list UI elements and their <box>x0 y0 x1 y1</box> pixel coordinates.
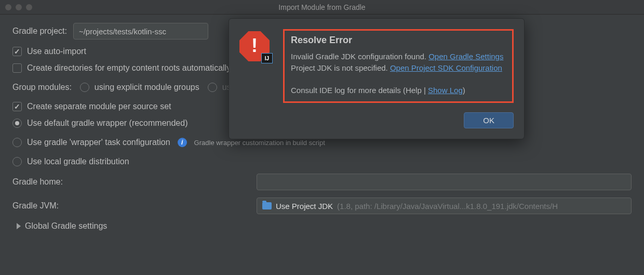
group-explicit-label: using explicit module groups <box>95 83 199 92</box>
wrapper-task-option[interactable]: Use gradle 'wrapper' task configuration <box>12 138 170 147</box>
gradle-project-input[interactable] <box>73 23 208 40</box>
gradle-jvm-select[interactable]: Use Project JDK (1.8, path: /Library/Jav… <box>257 198 632 214</box>
close-window-button[interactable] <box>5 4 11 10</box>
create-separate-label: Create separate module per source set <box>27 102 171 111</box>
radio-icon <box>12 119 22 128</box>
group-modules-label: Group modules: <box>12 83 72 92</box>
group-explicit-option[interactable]: using explicit module groups <box>80 83 199 92</box>
wrapper-default-text: Use default gradle wrapper (recommended) <box>27 119 187 127</box>
gradle-project-label: Gradle project: <box>12 27 67 36</box>
window-controls <box>5 4 32 10</box>
exclamation-icon: ! <box>251 35 258 57</box>
minimize-window-button[interactable] <box>16 4 22 10</box>
wrapper-default-label: Use default gradle wrapper (recommended) <box>27 119 187 128</box>
create-dirs-label: Create directories for empty content roo… <box>27 63 231 73</box>
gradle-home-row: Gradle home: <box>12 174 632 190</box>
gradle-home-input[interactable] <box>257 174 632 190</box>
error-icon: ! IJ <box>239 31 270 61</box>
dialog-message: Invalid Gradle JDK configuration found. … <box>291 51 506 96</box>
gradle-jvm-label: Gradle JVM: <box>12 201 75 211</box>
dialog-title: Resolve Error <box>291 35 506 46</box>
msg1-text: Invalid Gradle JDK configuration found. <box>291 52 428 61</box>
gradle-jvm-row: Gradle JVM: Use Project JDK (1.8, path: … <box>12 198 632 214</box>
window-title: Import Module from Gradle <box>0 3 644 11</box>
dialog-footer: OK <box>239 112 514 128</box>
checkbox-icon <box>12 47 22 56</box>
dialog-body: ! IJ Resolve Error Invalid Gradle JDK co… <box>239 29 514 103</box>
local-dist-label: Use local gradle distribution <box>27 157 129 166</box>
local-dist-option[interactable]: Use local gradle distribution <box>12 157 632 166</box>
create-dirs-text: Create directories for empty content roo… <box>27 63 231 72</box>
global-settings-label: Global Gradle settings <box>25 221 107 231</box>
dialog-text-highlight: Resolve Error Invalid Gradle JDK configu… <box>283 29 514 103</box>
checkbox-icon <box>12 63 22 73</box>
wrapper-hint: Gradle wrapper customization in build sc… <box>194 139 325 147</box>
folder-icon <box>262 202 272 209</box>
radio-icon <box>12 138 22 147</box>
open-project-sdk-link[interactable]: Open Project SDK Configuration <box>390 63 502 72</box>
msg3-close: ) <box>463 86 465 95</box>
radio-icon <box>208 83 217 92</box>
wrapper-task-label: Use gradle 'wrapper' task configuration <box>27 138 170 147</box>
msg3-text: Consult IDE log for more details (Help | <box>291 86 428 95</box>
radio-icon <box>12 157 22 166</box>
msg2-text: Project JDK is not specified. <box>291 63 390 72</box>
ok-button[interactable]: OK <box>464 112 514 128</box>
open-gradle-settings-link[interactable]: Open Gradle Settings <box>428 52 503 61</box>
jvm-name: Use Project JDK <box>276 202 333 211</box>
info-icon: i <box>178 138 187 147</box>
global-gradle-settings-expander[interactable]: Global Gradle settings <box>17 221 632 231</box>
radio-icon <box>80 83 89 92</box>
gradle-home-label: Gradle home: <box>12 177 75 187</box>
resolve-error-dialog: ! IJ Resolve Error Invalid Gradle JDK co… <box>229 18 525 139</box>
auto-import-label: Use auto-import <box>27 47 86 56</box>
title-bar: Import Module from Gradle <box>0 0 644 15</box>
zoom-window-button[interactable] <box>26 4 32 10</box>
show-log-link[interactable]: Show Log <box>428 86 463 95</box>
intellij-badge-icon: IJ <box>261 53 273 63</box>
jvm-detail: (1.8, path: /Library/Java/JavaVirtual...… <box>337 202 558 211</box>
chevron-right-icon <box>17 223 21 229</box>
checkbox-icon <box>12 102 22 111</box>
